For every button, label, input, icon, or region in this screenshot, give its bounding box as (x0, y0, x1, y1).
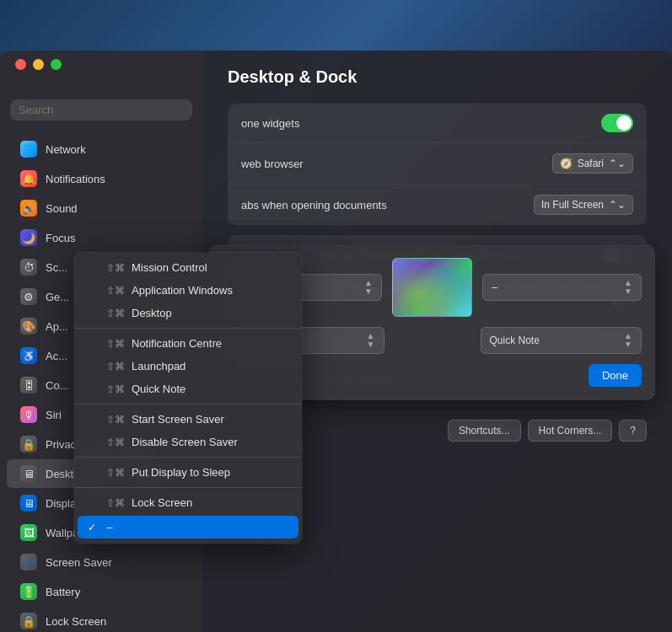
widgets-toggle[interactable] (601, 114, 633, 132)
shortcut-icon: ⇧⌘ (106, 285, 125, 297)
hot-corners-button[interactable]: Hot Corners... (528, 420, 613, 442)
page-title: Desktop & Dock (228, 67, 647, 87)
sidebar-item-label: Ac... (46, 350, 67, 362)
settings-row-tabs: abs when opening documents In Full Scree… (228, 185, 647, 225)
sidebar-item-label: Screen Saver (46, 556, 112, 569)
screen-time-icon: ⏱ (20, 259, 37, 276)
aurora-effect (393, 259, 471, 316)
privacy-icon: 🔒 (20, 436, 37, 453)
menu-item-lock-screen[interactable]: ⇧⌘ Lock Screen (74, 491, 302, 514)
menu-label: Launchpad (132, 360, 288, 372)
displays-icon: 🖥 (20, 495, 37, 511)
setting-label: one widgets (241, 117, 299, 130)
battery-icon: 🔋 (20, 583, 37, 600)
sidebar-item-focus[interactable]: 🌙 Focus (7, 223, 196, 252)
accessibility-icon: ♿ (20, 347, 37, 364)
sidebar-item-label: Ge... (46, 291, 69, 303)
menu-label-dash: – (106, 521, 288, 533)
setting-label: web browser (241, 158, 304, 170)
sidebar-item-sound[interactable]: 🔊 Sound (7, 194, 196, 222)
wallpaper-thumbnail (392, 258, 472, 317)
bottom-right-value: Quick Note (490, 335, 540, 346)
sidebar-item-label: Ap... (46, 320, 68, 333)
dropdown-arrows-icon: ▲▼ (364, 279, 373, 296)
help-button[interactable]: ? (619, 420, 647, 442)
shortcut-icon: ⇧⌘ (106, 467, 125, 479)
menu-item-disable-screen-saver[interactable]: ⇧⌘ Disable Screen Saver (74, 431, 302, 453)
check-icon: ✓ (88, 522, 99, 533)
shortcuts-button[interactable]: Shortcuts... (448, 420, 521, 442)
sidebar-item-label: Battery (46, 586, 80, 598)
menu-label: Disable Screen Saver (132, 436, 288, 448)
settings-row-browser: web browser 🧭 Safari ⌃⌄ (228, 143, 647, 185)
menu-item-notification-centre[interactable]: ⇧⌘ Notification Centre (74, 332, 302, 355)
shortcut-icon: ⇧⌘ (106, 497, 125, 509)
browser-select[interactable]: 🧭 Safari ⌃⌄ (552, 153, 633, 174)
sidebar-item-notifications[interactable]: 🔔 Notifications (7, 164, 196, 193)
sidebar-item-label: Focus (46, 232, 75, 244)
settings-row-widgets: one widgets (228, 104, 647, 143)
shortcut-icon: ⇧⌘ (106, 414, 125, 426)
dropdown-arrows-icon-4: ▲▼ (624, 332, 632, 349)
bottom-right-dropdown[interactable]: Quick Note ▲▼ (481, 327, 642, 354)
sidebar-item-battery[interactable]: 🔋 Battery (7, 577, 196, 606)
dropdown-arrows-icon-3: ▲▼ (367, 332, 375, 349)
context-menu: ⇧⌘ Mission Control ⇧⌘ Application Window… (74, 253, 302, 544)
menu-item-launchpad[interactable]: ⇧⌘ Launchpad (74, 355, 302, 378)
sidebar-item-label: Sound (46, 202, 78, 215)
sidebar-item-label: Lock Screen (46, 615, 106, 628)
menu-item-application-windows[interactable]: ⇧⌘ Application Windows (74, 279, 302, 302)
sidebar-item-label: Co... (46, 379, 68, 392)
chevron-up-down-icon-2: ⌃⌄ (609, 199, 626, 211)
menu-divider-1 (74, 328, 302, 329)
search-container (0, 93, 202, 131)
sidebar-item-network[interactable]: 🌐 Network (7, 135, 196, 163)
shortcut-icon: ⇧⌘ (106, 262, 125, 274)
menu-item-dash-selected[interactable]: ✓ – (78, 516, 298, 538)
menu-label: Notification Centre (132, 337, 288, 350)
menu-item-mission-control[interactable]: ⇧⌘ Mission Control (74, 256, 302, 279)
settings-card-top: one widgets web browser 🧭 Safari ⌃⌄ abs … (228, 104, 647, 225)
tabs-select[interactable]: In Full Screen ⌃⌄ (534, 195, 633, 215)
general-icon: ⚙ (20, 288, 37, 305)
screen-saver-icon: 💤 (20, 554, 37, 570)
menu-item-quick-note[interactable]: ⇧⌘ Quick Note (74, 378, 302, 400)
control-centre-icon: 🎛 (20, 377, 37, 394)
desktop-dock-icon: 🖥 (20, 465, 37, 482)
search-input[interactable] (10, 99, 192, 121)
browser-value: Safari (578, 158, 604, 169)
menu-item-start-screen-saver[interactable]: ⇧⌘ Start Screen Saver (74, 408, 302, 431)
menu-label: Application Windows (132, 284, 288, 297)
sidebar-item-label: Sc... (46, 261, 67, 274)
shortcut-icon: ⇧⌘ (106, 338, 125, 350)
shortcut-icon: ⇧⌘ (106, 383, 125, 395)
top-right-dropdown[interactable]: – ▲▼ (482, 274, 642, 301)
shortcut-icon: ⇧⌘ (106, 308, 125, 319)
setting-label: abs when opening documents (241, 199, 387, 212)
menu-divider-3 (74, 457, 302, 458)
focus-icon: 🌙 (20, 229, 37, 246)
chevron-up-down-icon: ⌃⌄ (609, 158, 626, 169)
sidebar-item-lock-screen[interactable]: 🔒 Lock Screen (7, 607, 196, 632)
menu-label: Desktop (132, 307, 288, 319)
wallpaper-icon: 🖼 (20, 524, 37, 541)
minimize-button[interactable] (33, 59, 44, 70)
shortcut-icon: ⇧⌘ (106, 361, 125, 372)
siri-icon: 🎙 (20, 406, 37, 423)
maximize-button[interactable] (51, 59, 62, 70)
sidebar-item-label: Notifications (46, 173, 105, 185)
menu-item-desktop[interactable]: ⇧⌘ Desktop (74, 302, 302, 324)
menu-label: Put Display to Sleep (132, 466, 288, 479)
menu-label: Lock Screen (132, 496, 288, 509)
dropdown-arrows-icon-2: ▲▼ (624, 279, 632, 296)
top-right-value: – (492, 281, 497, 293)
lock-screen-icon: 🔒 (20, 613, 37, 629)
safari-icon-small: 🧭 (560, 158, 573, 169)
menu-label: Start Screen Saver (132, 413, 288, 426)
sidebar-item-screen-saver[interactable]: 💤 Screen Saver (7, 548, 196, 576)
close-button[interactable] (15, 59, 26, 70)
menu-item-put-display-to-sleep[interactable]: ⇧⌘ Put Display to Sleep (74, 461, 302, 484)
done-button[interactable]: Done (589, 364, 642, 387)
menu-label: Mission Control (132, 261, 288, 274)
notifications-icon: 🔔 (20, 170, 37, 187)
